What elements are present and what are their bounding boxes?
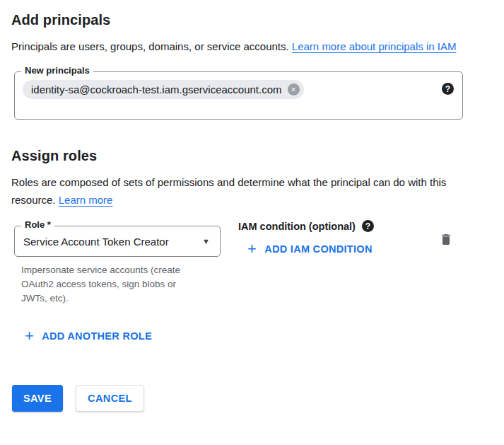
intro-paragraph: Principals are users, groups, domains, o… [11, 37, 467, 55]
iam-condition-label-row: IAM condition (optional) ? [238, 220, 374, 232]
principal-chip: identity-sa@cockroach-test.iam.gservicea… [23, 80, 304, 99]
trash-icon [439, 232, 453, 247]
role-selected-value: Service Account Token Creator [23, 236, 197, 248]
chip-remove-icon[interactable]: ✕ [288, 83, 300, 96]
role-select[interactable]: Role * Service Account Token Creator ▼ [14, 226, 221, 257]
add-iam-condition-label: ADD IAM CONDITION [264, 243, 373, 255]
role-column: Role * Service Account Token Creator ▼ I… [14, 226, 221, 306]
plus-icon: + [247, 243, 257, 255]
new-principals-help-icon[interactable]: ? [442, 83, 454, 95]
learn-more-roles-link[interactable]: Learn more [59, 194, 113, 206]
learn-more-principals-link[interactable]: Learn more about principals in IAM [292, 40, 457, 52]
intro-text: Principals are users, groups, domains, o… [11, 40, 292, 52]
add-principals-panel: Add principals Principals are users, gro… [0, 0, 504, 445]
delete-role-column [439, 226, 453, 250]
role-helper-text: Impersonate service accounts (create OAu… [21, 263, 198, 306]
principal-chip-text: identity-sa@cockroach-test.iam.gservicea… [31, 83, 282, 96]
add-another-role-label: ADD ANOTHER ROLE [42, 330, 152, 342]
add-iam-condition-button[interactable]: + ADD IAM CONDITION [247, 243, 373, 255]
action-buttons-row: SAVE CANCEL [12, 385, 504, 412]
cancel-button[interactable]: CANCEL [76, 385, 144, 412]
save-button[interactable]: SAVE [12, 385, 63, 412]
page-title: Add principals [0, 0, 504, 28]
iam-condition-label: IAM condition (optional) [238, 221, 356, 232]
help-glyph: ? [365, 221, 370, 231]
plus-icon: + [25, 330, 34, 342]
iam-condition-help-icon[interactable]: ? [362, 220, 374, 232]
help-glyph: ? [445, 84, 450, 94]
new-principals-label: New principals [21, 65, 93, 76]
role-label: Role * [21, 219, 54, 230]
delete-role-button[interactable] [439, 232, 453, 247]
new-principals-field[interactable]: New principals identity-sa@cockroach-tes… [14, 71, 463, 120]
chip-remove-glyph: ✕ [291, 86, 296, 93]
add-another-role-button[interactable]: + ADD ANOTHER ROLE [25, 330, 152, 342]
assign-roles-paragraph: Roles are composed of sets of permission… [11, 173, 467, 209]
assign-roles-title: Assign roles [11, 148, 504, 164]
role-row: Role * Service Account Token Creator ▼ I… [14, 226, 504, 306]
chevron-down-icon: ▼ [202, 237, 210, 245]
iam-condition-column: IAM condition (optional) ? + ADD IAM CON… [238, 220, 374, 257]
